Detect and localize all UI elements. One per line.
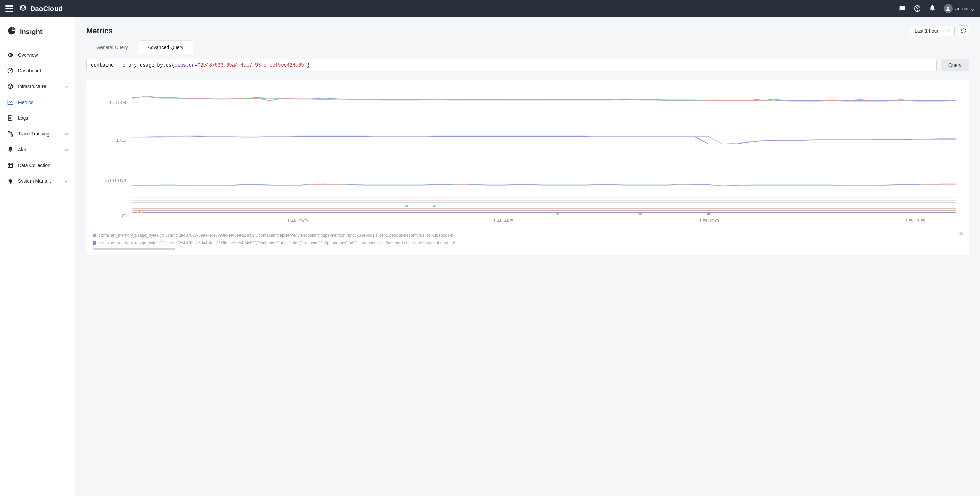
chevron-down-icon	[64, 147, 68, 152]
svg-point-22	[555, 213, 560, 215]
svg-rect-9	[8, 163, 12, 167]
legend: container_memory_usage_bytes {"cluster":…	[92, 232, 963, 250]
query-label: cluster	[175, 62, 195, 68]
gauge-icon	[7, 67, 14, 74]
collection-icon	[7, 162, 14, 169]
query-button[interactable]: Query	[941, 59, 969, 71]
chart-line-icon	[7, 99, 14, 106]
sidebar-item-label: Dashboard	[18, 68, 68, 73]
legend-swatch	[92, 234, 96, 238]
gear-icon	[7, 178, 14, 185]
sidebar-item-metrics[interactable]: Metrics	[0, 94, 75, 110]
sidebar-item-dashboard[interactable]: Dashboard	[0, 63, 75, 78]
main: Metrics Last 1 hour General Query Advanc…	[75, 17, 980, 496]
svg-point-20	[405, 205, 409, 207]
chevron-down-icon	[64, 85, 68, 88]
legend-scrollbar-thumb[interactable]	[92, 248, 175, 250]
bell-icon	[7, 146, 14, 153]
topbar-left: DaoCloud	[5, 4, 62, 13]
svg-point-6	[9, 118, 11, 119]
divider	[4, 44, 71, 44]
tab-general-query[interactable]: General Query	[86, 40, 138, 54]
chevron-down-icon	[64, 179, 68, 183]
legend-swatch	[92, 241, 96, 244]
svg-text:1G: 1G	[115, 138, 127, 142]
sidebar-item-label: Metrics	[18, 99, 68, 105]
sidebar: Insight OverviewDashboardInfrastructureM…	[0, 17, 75, 496]
sidebar-item-logs[interactable]: Logs	[0, 110, 75, 126]
file-search-icon	[7, 115, 14, 121]
svg-rect-8	[11, 134, 13, 136]
header-controls: Last 1 hour	[910, 26, 969, 37]
user-menu[interactable]: admin	[943, 4, 975, 13]
page-title: Metrics	[86, 26, 113, 35]
svg-rect-7	[8, 131, 10, 133]
sidebar-item-label: Overview	[18, 52, 68, 57]
refresh-button[interactable]	[958, 26, 969, 37]
svg-point-1	[917, 10, 917, 10]
tabs: General Query Advanced Query	[86, 40, 969, 54]
topbar-right: admin	[898, 4, 975, 13]
svg-text:0: 0	[122, 214, 127, 218]
trace-icon	[7, 130, 14, 137]
legend-label: container_memory_usage_bytes {"cluster":…	[99, 232, 453, 239]
sidebar-item-label: Logs	[18, 115, 68, 121]
svg-point-19	[137, 211, 142, 213]
svg-point-3	[10, 54, 11, 55]
sidebar-item-system-mana-[interactable]: System Mana...	[0, 173, 75, 189]
time-range-select[interactable]: Last 1 hour	[910, 26, 955, 36]
tab-advanced-query[interactable]: Advanced Query	[138, 40, 193, 54]
topbar: DaoCloud admin	[0, 0, 980, 17]
chart[interactable]: 0500M1G1.5G14:3014:4515:0015:15	[92, 89, 963, 226]
svg-text:15:15: 15:15	[904, 218, 926, 223]
query-value: "2e487633-69a4-4de7-93fc-eef5ee424c09"	[197, 62, 307, 68]
help-icon[interactable]	[913, 5, 921, 12]
sidebar-item-label: Infrastructure	[18, 84, 60, 89]
sidebar-item-label: Data Collection	[18, 163, 68, 168]
sidebar-item-alert[interactable]: Alert	[0, 142, 75, 158]
legend-label: container_memory_usage_bytes {"cluster":…	[99, 239, 455, 247]
sidebar-item-trace-tracking[interactable]: Trace Tracking	[0, 126, 75, 142]
eye-icon	[7, 51, 14, 58]
sidebar-item-data-collection[interactable]: Data Collection	[0, 158, 75, 173]
svg-text:1.5G: 1.5G	[108, 100, 127, 105]
sidebar-item-label: System Mana...	[18, 179, 60, 184]
svg-point-24	[706, 213, 711, 215]
brand-logo-icon	[19, 4, 27, 13]
sidebar-item-label: Trace Tracking	[18, 131, 60, 137]
svg-text:15:00: 15:00	[698, 218, 720, 223]
user-name: admin	[955, 6, 968, 11]
query-input[interactable]: container_memory_usage_bytes{cluster="2e…	[86, 59, 937, 71]
legend-scrollbar[interactable]	[92, 248, 963, 250]
sidebar-item-overview[interactable]: Overview	[0, 47, 75, 63]
chart-svg: 0500M1G1.5G14:3014:4515:0015:15	[92, 89, 963, 226]
query-row: container_memory_usage_bytes{cluster="2e…	[86, 59, 969, 71]
legend-item[interactable]: container_memory_usage_bytes {"cluster":…	[92, 232, 963, 239]
svg-point-5	[10, 70, 11, 71]
nav-list: OverviewDashboardInfrastructureMetricsLo…	[0, 47, 75, 189]
svg-text:500M: 500M	[105, 179, 127, 183]
legend-item[interactable]: container_memory_usage_bytes {"cluster":…	[92, 239, 963, 247]
brand-name: DaoCloud	[30, 5, 62, 13]
menu-toggle-button[interactable]	[5, 5, 13, 12]
svg-text:14:45: 14:45	[492, 218, 514, 223]
chevron-down-icon	[64, 132, 68, 136]
sidebar-item-label: Alert	[18, 147, 60, 152]
svg-point-2	[947, 6, 949, 9]
cube-outline-icon	[7, 83, 14, 90]
sidebar-title: Insight	[20, 28, 43, 36]
sidebar-item-infrastructure[interactable]: Infrastructure	[0, 78, 75, 94]
legend-overflow-indicator	[959, 232, 963, 235]
main-header: Metrics Last 1 hour	[86, 26, 969, 37]
chevron-down-icon	[947, 28, 951, 33]
sidebar-header: Insight	[0, 22, 75, 43]
avatar-icon	[943, 4, 953, 13]
chevron-down-icon	[971, 7, 975, 10]
notifications-icon[interactable]	[929, 5, 936, 12]
chart-card: 0500M1G1.5G14:3014:4515:0015:15 containe…	[86, 80, 969, 255]
svg-point-23	[638, 213, 642, 215]
svg-point-21	[432, 205, 436, 207]
messages-icon[interactable]	[898, 5, 906, 12]
brand[interactable]: DaoCloud	[19, 4, 62, 13]
insight-icon	[7, 26, 16, 37]
